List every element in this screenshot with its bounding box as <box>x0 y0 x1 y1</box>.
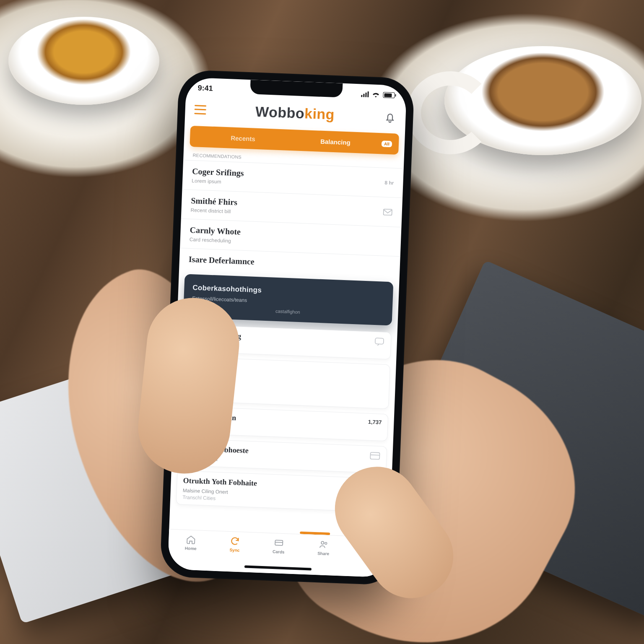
cellular-signal-icon <box>361 91 369 97</box>
home-indicator <box>244 566 312 571</box>
menu-icon[interactable] <box>194 105 206 114</box>
svg-point-10 <box>325 542 327 544</box>
nav-label: Cards <box>273 549 285 554</box>
chat-icon <box>374 337 385 347</box>
coffee-cup-left <box>8 17 159 105</box>
card-value: 1,737 <box>368 419 382 426</box>
refresh-icon <box>230 536 240 546</box>
mail-icon <box>382 208 393 216</box>
lifestyle-scene: 9:41 Wobboking Recents Balancing Al <box>0 0 644 644</box>
battery-icon <box>383 92 395 98</box>
svg-rect-1 <box>375 338 384 344</box>
nav-cards[interactable]: Cards <box>273 538 285 554</box>
svg-rect-0 <box>383 209 392 215</box>
coffee-cup-right <box>444 46 641 155</box>
tab-left[interactable]: Recents <box>197 133 289 143</box>
nav-label: Sync <box>229 548 239 553</box>
list-item-meta: 8 hr <box>377 179 394 186</box>
cards-icon <box>274 538 284 548</box>
status-time: 9:41 <box>197 83 213 93</box>
home-icon <box>186 534 196 545</box>
list-item-subtitle: Card rescheduling <box>190 236 241 244</box>
svg-line-3 <box>370 455 379 455</box>
bell-icon[interactable] <box>384 110 397 123</box>
nav-share[interactable]: Share <box>317 539 330 556</box>
list-item-title: Carnly Whote <box>190 225 241 237</box>
tab-center[interactable]: Balancing <box>289 136 382 147</box>
tab-chip[interactable]: All <box>382 140 392 147</box>
nav-label: Share <box>317 551 329 556</box>
nav-sync[interactable]: Sync <box>229 536 240 553</box>
svg-point-9 <box>321 541 324 544</box>
wifi-icon <box>372 91 380 98</box>
nav-label: Home <box>185 546 197 551</box>
nav-home[interactable]: Home <box>185 534 197 551</box>
people-icon <box>319 539 329 550</box>
list-item-subtitle: Recent district bill <box>190 207 237 215</box>
brand-title: Wobboking <box>255 104 335 123</box>
list-item-subtitle: Lorem ipsum <box>192 178 244 186</box>
list-item-title: Isare Deferlamnce <box>189 254 255 267</box>
list-item-title: Coger Srifings <box>192 166 244 178</box>
card-icon <box>369 451 381 461</box>
svg-rect-2 <box>370 452 380 460</box>
svg-line-8 <box>275 542 283 543</box>
card-title: Otrukth Yoth Fobhaite <box>183 476 257 488</box>
list-item-title: Smithé Fhirs <box>191 196 237 207</box>
